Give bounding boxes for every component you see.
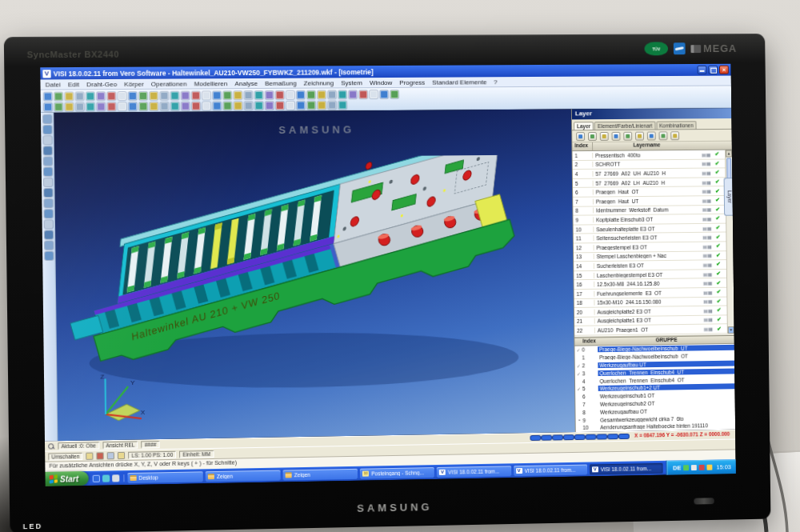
view-tool-icon[interactable] <box>44 178 52 186</box>
layer-check-icon[interactable]: ✔ <box>716 289 726 295</box>
view-pill[interactable] <box>586 435 596 439</box>
view-tool-icon[interactable] <box>43 157 51 165</box>
quick-launch-icon[interactable] <box>102 474 110 482</box>
toolbar-icon[interactable] <box>202 102 210 110</box>
toolbar-icon[interactable] <box>182 91 190 99</box>
view-tool-icon[interactable] <box>44 199 52 207</box>
layer-check-icon[interactable]: ✔ <box>717 316 727 322</box>
close-button[interactable]: × <box>719 66 729 74</box>
toolbar-icon[interactable] <box>76 92 84 100</box>
view-pill[interactable] <box>619 434 629 438</box>
panel-tab[interactable]: Layer <box>574 122 594 130</box>
layer-visibility-icon[interactable]: ▤▦ <box>699 262 717 267</box>
layer-check-icon[interactable]: ✔ <box>717 326 727 332</box>
layer-visibility-icon[interactable]: ▤▦ <box>698 188 715 194</box>
scroll-down-icon[interactable]: ▼ <box>728 326 734 334</box>
panel-tab[interactable]: Kombinationen <box>656 121 697 129</box>
view-pill[interactable] <box>542 436 552 440</box>
taskbar-button[interactable]: VISI 18.0.02.11 from... <box>590 462 663 474</box>
toolbar-icon[interactable] <box>276 101 284 109</box>
toolbar-icon[interactable] <box>86 92 94 100</box>
magnifier-icon[interactable] <box>48 443 54 450</box>
toolbar-icon[interactable] <box>234 91 242 99</box>
toolbar-icon[interactable] <box>139 91 147 99</box>
toolbar-icon[interactable] <box>245 102 253 110</box>
view-pill[interactable] <box>608 434 618 438</box>
cad-viewport[interactable]: SAMSUNG <box>54 109 574 441</box>
layer-visibility-icon[interactable]: ▤▦ <box>699 280 717 286</box>
toolbar-icon[interactable] <box>182 102 190 110</box>
layer-check-icon[interactable]: ✔ <box>717 298 727 304</box>
view-tool-icon[interactable] <box>43 136 51 144</box>
toolbar-icon[interactable] <box>139 102 147 110</box>
layer-tool-icon[interactable] <box>670 131 679 140</box>
layer-check-icon[interactable]: ✔ <box>715 170 726 176</box>
menu-item[interactable]: Operationen <box>151 80 187 87</box>
layer-visibility-icon[interactable]: ▤▦ <box>698 151 715 157</box>
toolbar-icon[interactable] <box>118 92 126 100</box>
toolbar-icon[interactable] <box>118 102 126 110</box>
taskbar-button[interactable]: Posteingang - Schng... <box>360 467 434 479</box>
layer-tool-icon[interactable] <box>576 132 585 141</box>
status-icon[interactable] <box>97 452 104 459</box>
layer-tool-icon[interactable] <box>588 132 597 141</box>
layer-tool-icon[interactable] <box>635 131 644 140</box>
layer-visibility-icon[interactable]: ▤▦ <box>698 253 716 258</box>
toolbar-icon[interactable] <box>65 92 73 100</box>
layer-tool-icon[interactable] <box>659 131 668 140</box>
layer-visibility-icon[interactable]: ▤▦ <box>698 170 715 175</box>
layer-tool-icon[interactable] <box>623 131 632 140</box>
layer-check-icon[interactable]: ✔ <box>716 252 726 258</box>
status-icon[interactable] <box>118 451 125 458</box>
start-button[interactable]: Start <box>45 471 88 486</box>
toolbar-icon[interactable] <box>297 101 305 109</box>
layer-visibility-icon[interactable]: ▤▦ <box>698 234 716 240</box>
toolbar-icon[interactable] <box>370 90 378 98</box>
toolbar-icon[interactable] <box>266 101 274 109</box>
menu-item[interactable]: System <box>341 79 362 86</box>
view-pill[interactable] <box>598 434 607 438</box>
layer-visibility-icon[interactable]: ▤▦ <box>699 308 717 314</box>
toolbar-icon[interactable] <box>223 102 231 110</box>
toolbar-icon[interactable] <box>390 90 398 98</box>
toolbar-icon[interactable] <box>150 91 158 99</box>
layer-check-icon[interactable]: ✔ <box>715 215 726 222</box>
toolbar-icon[interactable] <box>266 90 274 98</box>
taskbar-button[interactable]: VISI 18.0.02.11 from... <box>437 466 511 478</box>
quick-launch-icon[interactable] <box>92 474 99 482</box>
toolbar-icon[interactable] <box>307 90 315 98</box>
layer-visibility-icon[interactable]: ▤▦ <box>698 225 716 230</box>
layer-check-icon[interactable]: ✔ <box>716 270 726 277</box>
tray-icon[interactable] <box>707 464 713 470</box>
toolbar-icon[interactable] <box>171 102 179 110</box>
tray-icon[interactable] <box>699 464 705 470</box>
language-indicator[interactable]: DE <box>673 464 681 471</box>
toolbar-icon[interactable] <box>234 102 242 110</box>
toolbar-icon[interactable] <box>328 90 336 98</box>
toolbar-icon[interactable] <box>160 102 168 110</box>
toolbar-icon[interactable] <box>107 102 115 110</box>
toolbar-icon[interactable] <box>286 90 294 98</box>
layer-visibility-icon[interactable]: ▤▦ <box>699 271 717 277</box>
layer-check-icon[interactable]: ✔ <box>716 225 726 231</box>
view-tool-icon[interactable] <box>44 210 52 218</box>
toolbar-icon[interactable] <box>54 92 62 100</box>
layer-visibility-icon[interactable]: ▤▦ <box>699 298 717 304</box>
toolbar-icon[interactable] <box>170 91 178 99</box>
taskbar-button[interactable]: Desktop <box>127 471 203 483</box>
menu-item[interactable]: Edit <box>68 81 79 88</box>
toolbar-icon[interactable] <box>328 101 336 109</box>
toolbar-icon[interactable] <box>380 90 388 98</box>
toolbar-icon[interactable] <box>54 102 62 110</box>
layer-tool-icon[interactable] <box>612 131 621 140</box>
scroll-up-icon[interactable]: ▲ <box>726 150 732 158</box>
toolbar-icon[interactable] <box>213 102 221 110</box>
toolbar-icon[interactable] <box>307 101 315 109</box>
menu-item[interactable]: Analyse <box>234 79 258 86</box>
toolbar-icon[interactable] <box>244 91 252 99</box>
tray-icon[interactable] <box>683 465 689 470</box>
layer-side-tab[interactable]: Layer <box>724 178 733 216</box>
layer-tool-icon[interactable] <box>647 131 656 140</box>
view-tool-icon[interactable] <box>43 126 51 134</box>
layer-check-icon[interactable]: ✔ <box>715 160 726 166</box>
